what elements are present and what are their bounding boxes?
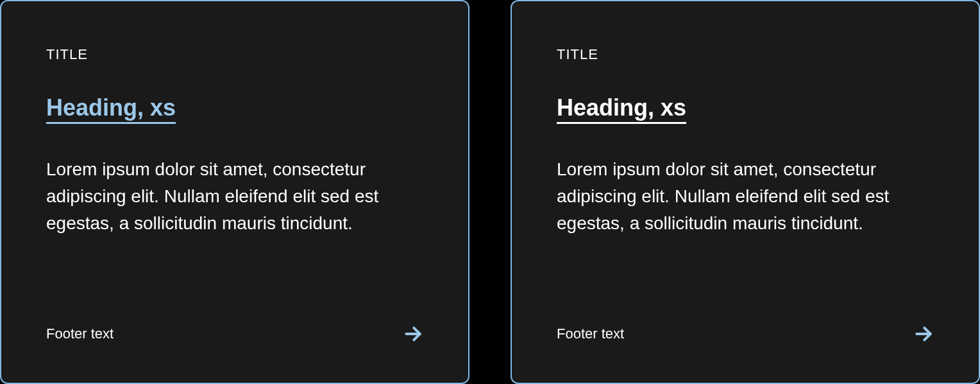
card-heading-link[interactable]: Heading, xs — [46, 95, 176, 124]
card-description: Lorem ipsum dolor sit amet, consectetur … — [46, 156, 423, 292]
card-2[interactable]: TITLE Heading, xs Lorem ipsum dolor sit … — [511, 0, 980, 384]
card-title: TITLE — [46, 46, 423, 63]
footer-text: Footer text — [557, 326, 624, 342]
card-heading-link[interactable]: Heading, xs — [557, 95, 686, 124]
card-footer: Footer text — [46, 324, 423, 344]
arrow-right-icon[interactable] — [403, 324, 423, 344]
card-title: TITLE — [557, 46, 934, 63]
card-1[interactable]: TITLE Heading, xs Lorem ipsum dolor sit … — [0, 0, 469, 384]
card-description: Lorem ipsum dolor sit amet, consectetur … — [557, 156, 934, 292]
card-footer: Footer text — [557, 324, 934, 344]
footer-text: Footer text — [46, 326, 114, 342]
arrow-right-icon[interactable] — [913, 324, 934, 344]
